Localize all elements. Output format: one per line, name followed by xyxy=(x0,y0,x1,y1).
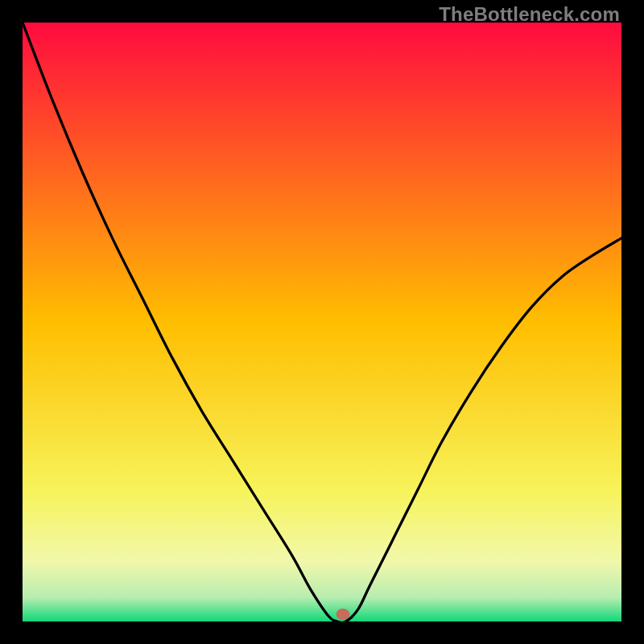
chart-frame: TheBottleneck.com xyxy=(0,0,644,644)
gradient-background xyxy=(23,23,621,621)
chart-svg xyxy=(23,23,621,621)
plot-area xyxy=(23,23,621,621)
marker-dot xyxy=(336,609,350,620)
